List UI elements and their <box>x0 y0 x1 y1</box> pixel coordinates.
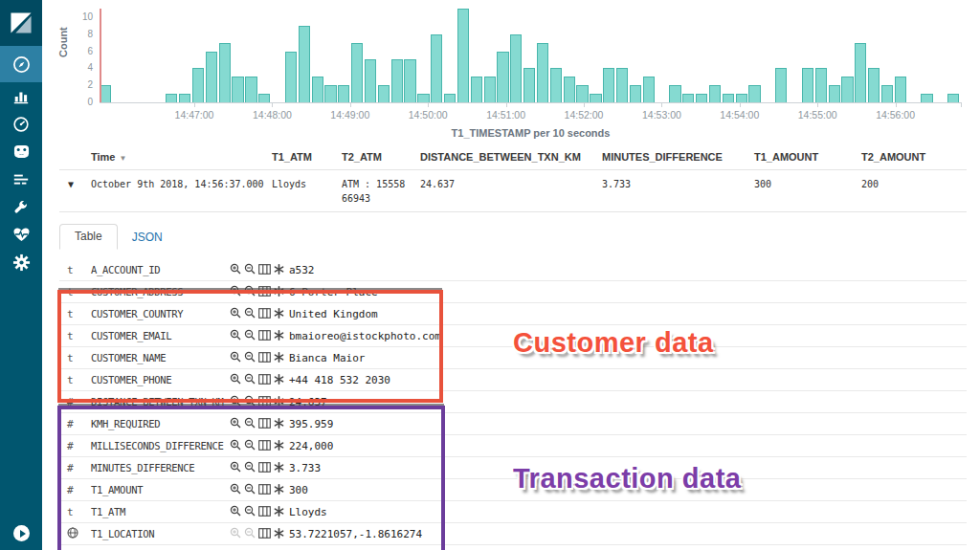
histogram-bar[interactable] <box>736 94 747 102</box>
histogram-bar[interactable] <box>669 85 680 102</box>
histogram-bar[interactable] <box>510 34 522 102</box>
zoom-out-icon[interactable] <box>244 349 256 366</box>
histogram-plot-area[interactable]: 024681014:47:0014:48:0014:49:0014:50:001… <box>100 10 962 103</box>
histogram-bar[interactable] <box>682 94 694 102</box>
zoom-out-icon[interactable] <box>244 481 256 498</box>
zoom-in-icon[interactable] <box>230 503 241 520</box>
zoom-in-icon[interactable] <box>230 371 241 388</box>
histogram-bar[interactable] <box>855 43 866 102</box>
zoom-in-icon[interactable] <box>230 349 241 366</box>
asterisk-icon[interactable] <box>274 283 284 300</box>
histogram-bar[interactable] <box>643 77 655 102</box>
zoom-in-icon[interactable] <box>230 459 241 476</box>
asterisk-icon[interactable] <box>274 437 284 454</box>
histogram-bar[interactable] <box>245 77 256 102</box>
histogram-bar[interactable] <box>603 68 614 102</box>
toggle-column-icon[interactable] <box>258 327 271 344</box>
histogram-bar[interactable] <box>378 85 390 102</box>
histogram-bar[interactable] <box>590 94 601 102</box>
histogram-bar[interactable] <box>192 68 204 102</box>
play-circle-icon[interactable] <box>13 525 30 541</box>
histogram-bar[interactable] <box>841 77 853 102</box>
histogram-bar[interactable] <box>709 85 721 102</box>
asterisk-icon[interactable] <box>274 327 284 344</box>
histogram-bar[interactable] <box>630 85 641 102</box>
zoom-in-icon[interactable] <box>230 283 241 300</box>
histogram-bar[interactable] <box>258 94 270 102</box>
histogram-bar[interactable] <box>576 85 588 102</box>
asterisk-icon[interactable] <box>274 349 284 366</box>
zoom-in-icon[interactable] <box>230 437 241 454</box>
histogram-bar[interactable] <box>404 59 415 102</box>
asterisk-icon[interactable] <box>274 459 284 476</box>
toggle-column-icon[interactable] <box>258 349 271 366</box>
toggle-column-icon[interactable] <box>258 437 271 454</box>
column-header-distance[interactable]: DISTANCE_BETWEEN_TXN_KM <box>420 151 602 163</box>
histogram-bar[interactable] <box>748 85 760 102</box>
toggle-column-icon[interactable] <box>258 525 271 542</box>
column-header-time[interactable]: Time▼ <box>91 151 272 163</box>
histogram-bar[interactable] <box>312 77 323 102</box>
toggle-column-icon[interactable] <box>258 283 271 300</box>
histogram-bar[interactable] <box>338 85 349 102</box>
zoom-out-icon[interactable] <box>244 415 256 432</box>
histogram-bar[interactable] <box>179 94 190 102</box>
histogram-bar[interactable] <box>537 43 548 102</box>
histogram-bar[interactable] <box>815 68 827 102</box>
histogram-bar[interactable] <box>417 94 429 102</box>
sidebar-item-logs[interactable] <box>0 165 42 193</box>
toggle-column-icon[interactable] <box>258 371 271 388</box>
sidebar-item-monitoring[interactable] <box>0 221 42 249</box>
histogram-bar[interactable] <box>232 77 243 102</box>
sidebar-item-dev-tools[interactable] <box>0 193 42 221</box>
zoom-in-icon[interactable] <box>230 261 241 278</box>
asterisk-icon[interactable] <box>274 393 284 410</box>
asterisk-icon[interactable] <box>274 503 284 520</box>
sidebar-item-visualize[interactable] <box>0 82 42 110</box>
zoom-out-icon[interactable] <box>244 261 256 278</box>
histogram-bar[interactable] <box>775 68 787 102</box>
histogram-bar[interactable] <box>166 94 177 102</box>
column-header-t1-amount[interactable]: T1_AMOUNT <box>754 151 861 163</box>
zoom-in-icon[interactable] <box>230 305 241 322</box>
zoom-out-icon[interactable] <box>244 371 256 388</box>
toggle-column-icon[interactable] <box>258 503 271 520</box>
histogram-bar[interactable] <box>444 94 456 102</box>
toggle-column-icon[interactable] <box>258 481 271 498</box>
kibana-logo-icon[interactable] <box>0 0 42 46</box>
zoom-out-icon[interactable] <box>244 393 256 410</box>
histogram-bar[interactable] <box>497 52 508 102</box>
histogram-bar[interactable] <box>616 68 628 102</box>
histogram-bar[interactable] <box>351 43 363 102</box>
histogram-bar[interactable] <box>802 68 813 102</box>
histogram-bar[interactable] <box>219 43 231 102</box>
histogram-bar[interactable] <box>947 94 959 102</box>
zoom-out-icon[interactable] <box>244 327 256 344</box>
zoom-out-icon[interactable] <box>244 305 256 322</box>
toggle-column-icon[interactable] <box>258 415 271 432</box>
column-header-t2-atm[interactable]: T2_ATM <box>342 151 420 163</box>
sidebar-item-discover[interactable] <box>0 46 42 82</box>
toggle-column-icon[interactable] <box>258 459 271 476</box>
histogram-bar[interactable] <box>206 52 217 102</box>
asterisk-icon[interactable] <box>274 525 284 542</box>
tab-json[interactable]: JSON <box>118 226 177 250</box>
asterisk-icon[interactable] <box>274 261 284 278</box>
histogram-bar[interactable] <box>285 52 297 102</box>
sidebar-item-timelion[interactable] <box>0 138 42 165</box>
column-header-t1-atm[interactable]: T1_ATM <box>272 151 342 163</box>
zoom-in-icon[interactable] <box>230 327 241 344</box>
zoom-out-icon[interactable] <box>244 459 256 476</box>
histogram-bar[interactable] <box>881 85 893 102</box>
histogram-bar[interactable] <box>365 59 376 102</box>
column-header-minutes[interactable]: MINUTES_DIFFERENCE <box>602 151 754 163</box>
zoom-in-icon[interactable] <box>230 393 241 410</box>
histogram-bar[interactable] <box>550 68 562 102</box>
toggle-column-icon[interactable] <box>258 393 271 410</box>
histogram-bar[interactable] <box>895 77 906 102</box>
asterisk-icon[interactable] <box>274 305 284 322</box>
histogram-bar[interactable] <box>921 94 932 102</box>
histogram-bar[interactable] <box>484 77 496 102</box>
asterisk-icon[interactable] <box>274 481 284 498</box>
zoom-in-icon[interactable] <box>230 481 241 498</box>
